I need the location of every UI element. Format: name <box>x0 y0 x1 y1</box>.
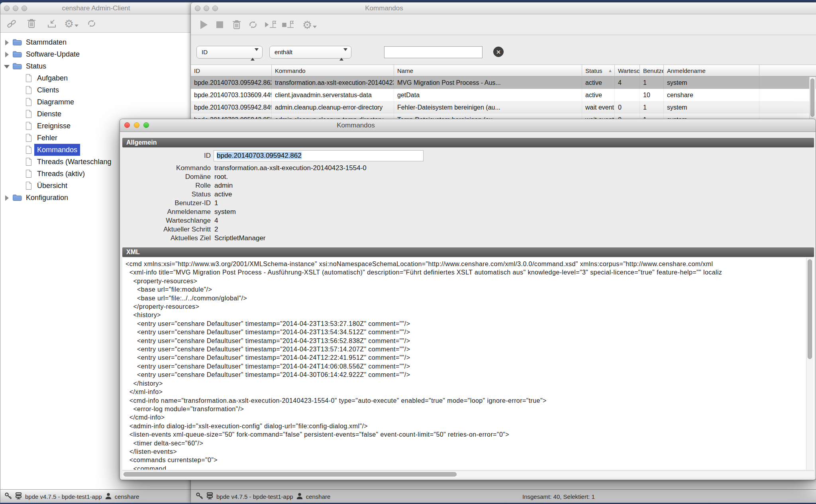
field-label: Warteschlange <box>127 216 211 225</box>
tree-item-label: Fehler <box>37 132 57 144</box>
column-header-anmeldename[interactable]: Anmeldename <box>664 65 759 77</box>
cell-status: wait event <box>582 101 615 114</box>
server-label: bpde v4.7.5 - bpde-test1-app <box>25 493 102 500</box>
queue-start-button[interactable] <box>264 20 277 30</box>
column-header-status[interactable]: Status▲ <box>582 65 615 77</box>
cell-anmeldename: system <box>664 101 759 114</box>
disclosure-triangle-icon[interactable] <box>5 195 9 201</box>
trash-icon <box>27 18 36 29</box>
disclosure-triangle-icon[interactable] <box>5 40 9 45</box>
user-label: censhare <box>306 493 331 500</box>
close-icon[interactable] <box>4 6 10 11</box>
column-header-kommando[interactable]: Kommando <box>272 65 394 77</box>
scrollbar-thumb[interactable] <box>810 78 814 117</box>
xml-line: <entry user="censhare Defaultuser" times… <box>126 320 814 328</box>
folder-icon <box>12 193 22 205</box>
refresh-icon <box>86 18 97 29</box>
dialog-title: Kommandos <box>316 119 396 131</box>
field-label: Benutzer-ID <box>127 199 211 208</box>
close-icon[interactable] <box>124 122 130 128</box>
xml-line: <command <box>126 465 814 470</box>
filter-text-input[interactable] <box>384 46 483 58</box>
xml-vertical-scrollbar[interactable] <box>806 258 813 470</box>
selection-summary: Insgesamt: 40, Selektiert: 1 <box>522 493 595 500</box>
link-button[interactable] <box>6 18 17 29</box>
tree-item-label-selected: Kommandos <box>34 144 80 156</box>
key-icon <box>196 492 203 501</box>
cell-id: bpde.20140703.103609.449 <box>191 89 272 101</box>
field-label: Domäne <box>127 173 211 181</box>
xml-line: </listen-events> <box>126 447 814 456</box>
field-value: root. <box>214 173 228 181</box>
delete-button[interactable] <box>232 20 241 30</box>
minimize-icon[interactable] <box>204 6 209 11</box>
cell-id: bpde.20140703.095942.862 <box>191 76 272 89</box>
scrollbar-thumb[interactable] <box>124 472 457 477</box>
column-header-benutzer[interactable]: Benutzer... <box>640 65 664 77</box>
xml-horizontal-scrollbar[interactable] <box>122 471 814 478</box>
cell-anmeldename: system <box>664 76 759 89</box>
zoom-icon[interactable] <box>143 122 149 128</box>
field-value: 2 <box>214 225 218 234</box>
settings-button[interactable]: ⚙ <box>302 19 317 30</box>
import-button[interactable] <box>47 18 57 29</box>
cell-status: active <box>582 89 615 101</box>
xml-content-area[interactable]: <cmd xmlns:xsi="http://www.w3.org/2001/X… <box>122 258 814 470</box>
filter-bar: ID enthält ✕ <box>191 35 816 64</box>
refresh-button[interactable] <box>86 18 97 29</box>
settings-button[interactable]: ⚙ <box>64 18 78 29</box>
filter-field-value: ID <box>202 49 208 55</box>
run-button[interactable] <box>200 20 208 29</box>
cell-warteschlange: 4 <box>615 76 640 89</box>
filter-field-select[interactable]: ID <box>196 46 263 59</box>
disclosure-triangle-icon[interactable] <box>5 52 9 57</box>
minimize-icon[interactable] <box>13 6 18 11</box>
column-header-warteschlange[interactable]: Wartesch... <box>615 65 640 77</box>
desktop: censhare Admin-Client ⚙ <box>0 0 816 504</box>
tree-item-label: Konfiguration <box>26 192 68 204</box>
import-icon <box>47 18 57 29</box>
cell-benutzer: 1 <box>640 76 664 89</box>
clear-filter-button[interactable]: ✕ <box>493 47 504 57</box>
minimize-icon[interactable] <box>134 122 139 128</box>
tree-item-label: Software-Update <box>26 48 80 60</box>
window-title: censhare Admin-Client <box>48 2 144 14</box>
delete-button[interactable] <box>27 18 36 29</box>
filter-operator-select[interactable]: enthält <box>269 46 351 59</box>
close-icon[interactable] <box>195 6 200 11</box>
column-header-id[interactable]: ID <box>191 65 272 77</box>
tree-item-label: Ereignisse <box>37 120 71 132</box>
id-input[interactable]: bpde.20140703.095942.862 <box>214 150 424 161</box>
column-header-name[interactable]: Name <box>394 65 582 77</box>
cell-benutzer: 1 <box>640 101 664 114</box>
xml-line: <entry user="censhare Defaultuser" times… <box>126 328 814 336</box>
cell-kommando: transformation.aa-xslt-execution-2014042… <box>272 76 394 89</box>
field-label: Status <box>127 190 211 199</box>
chevron-down-icon <box>313 26 317 28</box>
window-title: Kommandos <box>344 2 424 14</box>
table-row[interactable]: bpde.20140703.103609.449 client.javaadmi… <box>191 89 816 101</box>
refresh-button[interactable] <box>247 20 259 30</box>
stop-button[interactable] <box>216 21 223 28</box>
zoom-icon[interactable] <box>22 6 27 11</box>
xml-line: </cmd-info> <box>126 413 814 422</box>
zoom-icon[interactable] <box>212 6 218 11</box>
user-icon <box>105 492 112 501</box>
table-row-selected[interactable]: bpde.20140703.095942.862 transformation.… <box>191 76 816 89</box>
tree-item-label: Stammdaten <box>26 36 67 48</box>
clear-filter-icon: ✕ <box>496 49 501 55</box>
user-label: censhare <box>115 493 139 500</box>
id-input-value: bpde.20140703.095942.862 <box>217 152 302 159</box>
cell-kommando: admin.cleanup.cleanup-error-directory <box>272 101 394 114</box>
tree-item-label: Status <box>26 60 46 72</box>
cell-name: Fehler-Dateisystem bereinigen (au... <box>394 101 582 114</box>
xml-line: <entry user="censhare Defaultuser" times… <box>126 353 814 362</box>
queue-stop-button[interactable] <box>282 20 294 30</box>
dialog-titlebar[interactable]: Kommandos <box>120 119 816 132</box>
table-vertical-scrollbar[interactable] <box>809 77 816 122</box>
disclosure-triangle-icon[interactable] <box>4 65 10 69</box>
scrollbar-thumb[interactable] <box>808 259 812 359</box>
queue-stop-icon <box>282 20 294 30</box>
table-row[interactable]: bpde.20140703.095942.849 admin.cleanup.c… <box>191 101 816 114</box>
commands-titlebar[interactable]: Kommandos <box>191 2 816 14</box>
